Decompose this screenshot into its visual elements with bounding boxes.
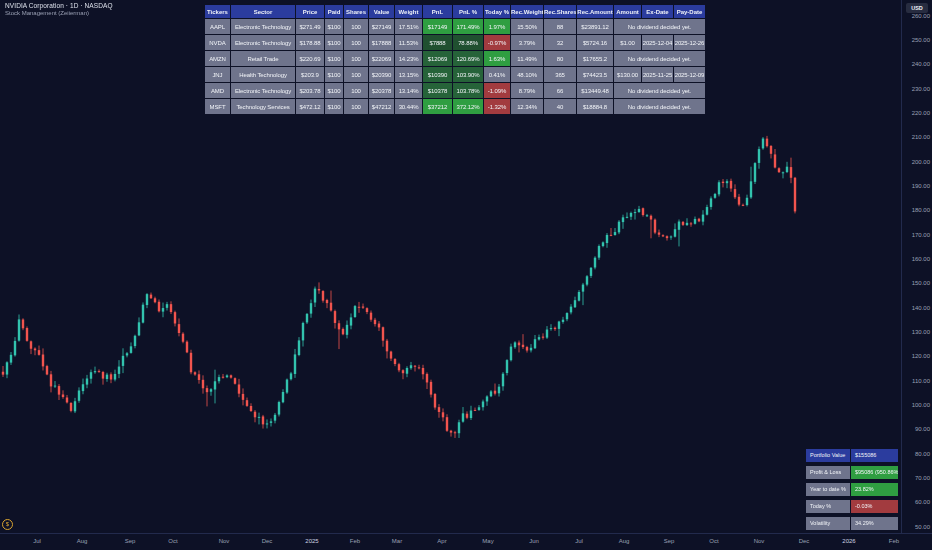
price-axis-label: 250.00 xyxy=(912,37,930,43)
time-axis-month-label: Apr xyxy=(427,538,457,544)
ex-date-cell: 2025-11-25 xyxy=(642,67,673,82)
portfolio-summary-panel: Portfolio Value$155086Profit & Loss$9508… xyxy=(806,449,898,534)
pay-date-cell: 2025-12-09 xyxy=(674,67,705,82)
time-axis-month-label: Nov xyxy=(744,538,774,544)
summary-row: Portfolio Value$155086 xyxy=(806,449,898,462)
value-cell: $47212 xyxy=(369,99,394,114)
rec-weight-cell: 8.79% xyxy=(511,83,543,98)
column-header-pnl: PnL xyxy=(423,5,452,18)
time-axis[interactable]: JulAugSepOctNovDec2025FebMarAprMayJunJul… xyxy=(0,533,932,550)
pnl-pct-cell: 103.90% xyxy=(453,67,483,82)
time-axis-month-label: Mar xyxy=(382,538,412,544)
price-axis-label: 240.00 xyxy=(912,61,930,67)
time-axis-month-label: Sep xyxy=(654,538,684,544)
ticker-cell: MSFT xyxy=(205,99,230,114)
symbol-title: NVIDIA Corporation · 1D · NASDAQ xyxy=(5,2,113,9)
summary-row: Volatility34.29% xyxy=(806,517,898,530)
rec-shares-cell: 32 xyxy=(544,35,576,50)
summary-label: Portfolio Value xyxy=(806,449,850,462)
pnl-cell: $10378 xyxy=(423,83,452,98)
price-axis-label: 120.00 xyxy=(912,353,930,359)
time-axis-month-label: Oct xyxy=(699,538,729,544)
rec-weight-cell: 15.50% xyxy=(511,19,543,34)
today-pct-cell: 0.41% xyxy=(484,67,510,82)
time-axis-month-label: Dec xyxy=(789,538,819,544)
time-axis-month-label: Feb xyxy=(879,538,909,544)
weight-cell: 11.53% xyxy=(395,35,422,50)
rec-amount-cell: $17655.2 xyxy=(577,51,613,66)
rec-weight-cell: 12.34% xyxy=(511,99,543,114)
column-header-shares: Shares xyxy=(344,5,368,18)
price-cell: $178.88 xyxy=(296,35,324,50)
no-dividend-cell: No dividend decided yet. xyxy=(614,19,705,34)
value-cell: $22069 xyxy=(369,51,394,66)
time-axis-month-label: Jun xyxy=(519,538,549,544)
price-axis-label: 160.00 xyxy=(912,256,930,262)
no-dividend-cell: No dividend decided yet. xyxy=(614,51,705,66)
price-axis-label: 230.00 xyxy=(912,86,930,92)
price-axis-label: 70.00 xyxy=(915,475,930,481)
paid-cell: $100 xyxy=(325,35,343,50)
rec-amount-cell: $74423.5 xyxy=(577,67,613,82)
column-header-pnl-: PnL % xyxy=(453,5,483,18)
currency-label: USD xyxy=(906,3,928,13)
time-axis-month-label: Aug xyxy=(67,538,97,544)
price-axis[interactable]: USD 260.00250.00240.00230.00220.00210.00… xyxy=(901,0,932,533)
summary-value: $95086 (950.86%) xyxy=(851,466,898,479)
price-axis-label: 220.00 xyxy=(912,110,930,116)
rec-shares-cell: 80 xyxy=(544,51,576,66)
price-axis-label: 130.00 xyxy=(912,329,930,335)
indicator-title: Stock Management (Zeiierman) xyxy=(5,10,113,16)
today-pct-cell: -0.97% xyxy=(484,35,510,50)
price-axis-label: 110.00 xyxy=(912,378,930,384)
paid-cell: $100 xyxy=(325,51,343,66)
column-header-rec-amount: Rec.Amount xyxy=(577,5,613,18)
time-axis-month-label: Jul xyxy=(22,538,52,544)
pnl-cell: $10390 xyxy=(423,67,452,82)
time-axis-year-label: 2026 xyxy=(834,538,864,544)
price-cell: $472.12 xyxy=(296,99,324,114)
rec-shares-cell: 66 xyxy=(544,83,576,98)
summary-label: Year to date % xyxy=(806,483,850,496)
no-dividend-cell: No dividend decided yet. xyxy=(614,83,705,98)
holding-row-msft: MSFTTechnology Services$472.12$100100$47… xyxy=(205,99,705,114)
column-header-weight: Weight xyxy=(395,5,422,18)
time-axis-month-label: Feb xyxy=(340,538,370,544)
time-axis-month-label: Aug xyxy=(609,538,639,544)
today-pct-cell: 1.97% xyxy=(484,19,510,34)
rec-shares-cell: 365 xyxy=(544,67,576,82)
ticker-cell: AAPL xyxy=(205,19,230,34)
no-dividend-cell: No dividend decided yet. xyxy=(614,99,705,114)
pnl-pct-cell: 78.88% xyxy=(453,35,483,50)
value-cell: $20390 xyxy=(369,67,394,82)
shares-cell: 100 xyxy=(344,67,368,82)
summary-label: Today % xyxy=(806,500,850,513)
pnl-pct-cell: 103.78% xyxy=(453,83,483,98)
price-axis-label: 180.00 xyxy=(912,207,930,213)
shares-cell: 100 xyxy=(344,35,368,50)
value-cell: $17888 xyxy=(369,35,394,50)
price-axis-label: 150.00 xyxy=(912,280,930,286)
indicator-logo-icon: $ xyxy=(2,519,13,530)
shares-cell: 100 xyxy=(344,19,368,34)
time-axis-month-label: Oct xyxy=(158,538,188,544)
price-cell: $220.69 xyxy=(296,51,324,66)
ticker-cell: JNJ xyxy=(205,67,230,82)
column-header-rec-shares: Rec.Shares xyxy=(544,5,576,18)
paid-cell: $100 xyxy=(325,99,343,114)
pnl-cell: $37212 xyxy=(423,99,452,114)
price-axis-label: 90.00 xyxy=(915,426,930,432)
rec-weight-cell: 11.49% xyxy=(511,51,543,66)
holding-row-aapl: AAPLElectronic Technology$271.49$100100$… xyxy=(205,19,705,34)
column-header-tickers: Tickers xyxy=(205,5,230,18)
column-header-pay-date: Pay-Date xyxy=(674,5,705,18)
chart-legend: NVIDIA Corporation · 1D · NASDAQ Stock M… xyxy=(5,2,113,16)
column-header-price: Price xyxy=(296,5,324,18)
ticker-cell: AMD xyxy=(205,83,230,98)
weight-cell: 30.44% xyxy=(395,99,422,114)
shares-cell: 100 xyxy=(344,83,368,98)
today-pct-cell: 1.63% xyxy=(484,51,510,66)
price-cell: $203.9 xyxy=(296,67,324,82)
rec-shares-cell: 40 xyxy=(544,99,576,114)
summary-label: Volatility xyxy=(806,517,850,530)
